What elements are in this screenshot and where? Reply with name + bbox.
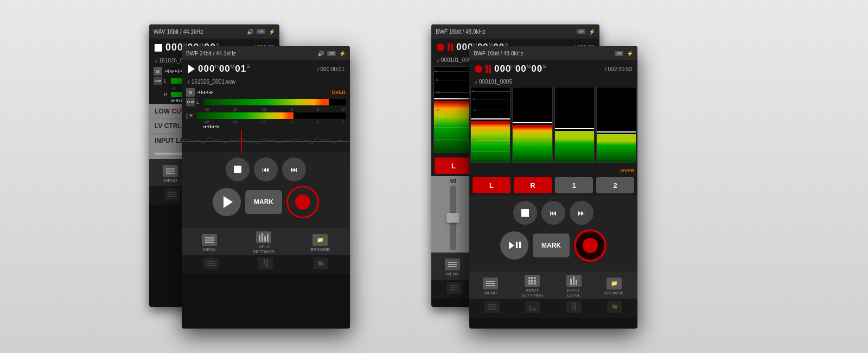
forward-button-fr[interactable]: ⏭: [570, 201, 593, 225]
format-label-br: BWF 16bit / 48.0kHz: [436, 29, 486, 35]
play-pause-symbol: [508, 242, 521, 249]
status-icons-fl: 🔊 XR ⚡: [317, 51, 346, 56]
menu-icon-fl: [202, 234, 217, 246]
right-device-group: BWF 16bit / 48.0kHz XR ⚡ 000H00M00S / 00…: [431, 24, 719, 329]
nav-input-settings-fr[interactable]: INPUTSETTINGS: [521, 275, 543, 298]
r-nav-menu-fl: [203, 258, 219, 270]
nav-menu-label: MENU: [164, 178, 177, 183]
waveform-section-fl: [182, 130, 350, 152]
nav-menu-label-fr: MENU: [484, 291, 497, 295]
ch-r-label: R: [164, 92, 169, 97]
fader-col-1: 50: [433, 178, 473, 250]
ch-meter-bar-3-fr: [554, 87, 595, 163]
filename-front-right: ♪ 000101_0005: [469, 78, 637, 86]
ch-meter-bar-1-fr: 0 -6 -12 -20 -30 -48: [470, 87, 510, 163]
r-browse-icon-fr: 📁: [607, 301, 622, 313]
menu-icon: [163, 165, 178, 177]
rec-state-icon-br: [437, 43, 444, 51]
rec-dot: [295, 194, 310, 210]
meters-front-left: M OVER DUB L: [182, 86, 350, 130]
pause-bars-br: [448, 43, 453, 51]
play-button[interactable]: [213, 188, 241, 216]
xr-badge-fl: XR: [327, 51, 336, 56]
mode-m-btn-fl[interactable]: M: [186, 88, 195, 97]
waveform-r-fl: [202, 125, 346, 128]
ch-meter-1-br: 0 -6 -12 -20 -30 -48: [433, 66, 473, 153]
mode-dub-btn[interactable]: DUB: [154, 77, 162, 85]
left-device-group: WAV 16bit / 44.1kHz 🔊 XR ⚡ 000H00M00S / …: [149, 24, 399, 329]
rewind-button-fr[interactable]: ⏮: [541, 201, 565, 225]
ch-meter-bar-2-fr: [512, 87, 552, 163]
nav-input-settings-label-fr: INPUTSETTINGS: [521, 288, 543, 298]
xr-badge: XR: [257, 29, 265, 34]
ch-meter-2-fr: [512, 87, 552, 163]
format-label-fl: BWF 24bit / 44.1kHz: [186, 51, 236, 56]
counter-front-right: 000H00M00S / 002:30:53: [469, 60, 637, 78]
menu-icon-br: [445, 259, 460, 270]
transport-section-fr: ⏮ ⏭ MARK: [469, 196, 637, 272]
ch-meter-1-fr: 0 -6 -12 -20 -30 -48: [470, 87, 510, 163]
mode-dub-btn-fl[interactable]: DUB: [186, 98, 195, 106]
ch-btn-1-fr[interactable]: 1: [555, 177, 593, 193]
nav-browse-label-fl: BROWSE: [310, 247, 330, 252]
ch-btn-2-fr[interactable]: 2: [596, 177, 634, 193]
menu-icon-fr: [483, 278, 498, 289]
total-time-fl: / 000:00:01: [317, 66, 344, 72]
nav-browse-fr[interactable]: 📁 BROWSE: [604, 278, 624, 295]
forward-button[interactable]: ⏭: [282, 157, 306, 181]
nav-input-level-fr[interactable]: INPUTLEVEL: [566, 275, 582, 298]
record-button[interactable]: [286, 186, 319, 218]
ch-btn-l-br[interactable]: L: [435, 157, 473, 174]
input-level-icon-fr: [566, 275, 582, 287]
status-bar-back-right: BWF 16bit / 48.0kHz XR ⚡: [431, 24, 599, 39]
input-settings-icon-fl: [256, 231, 271, 243]
r-nav-menu-fr: [484, 301, 500, 313]
nav-menu[interactable]: MENU: [163, 165, 178, 183]
transport-row-2: MARK: [187, 186, 344, 218]
r-browse-icon-fl: 📁: [313, 258, 328, 270]
nav-menu-br[interactable]: MENU: [445, 259, 460, 276]
mode-m-btn[interactable]: M: [154, 67, 162, 75]
transport-row-2-fr: MARK: [475, 229, 632, 262]
mark-button-fr[interactable]: MARK: [533, 234, 570, 257]
format-label: WAV 16bit / 44.1kHz: [154, 29, 203, 35]
r-menu-icon-fl: [203, 258, 219, 270]
speaker-icon: 🔊: [247, 29, 253, 35]
lv-ctrl-label: LV CTRL: [155, 122, 182, 130]
four-ch-meters-fr: 0 -6 -12 -20 -30 -48: [469, 86, 637, 164]
xr-badge-br: XR: [577, 29, 585, 34]
time-display-fr: 000H00M00S: [494, 64, 602, 74]
status-icons-fr: XR ⚡: [615, 51, 633, 56]
ch-btn-r-fr[interactable]: R: [514, 177, 552, 193]
filename-front-left: ♪ 161026_0001.wav: [182, 78, 350, 86]
nav-menu-fr[interactable]: MENU: [483, 278, 498, 295]
mark-button[interactable]: MARK: [245, 190, 282, 214]
total-time-fr: / 002:30:53: [605, 66, 632, 72]
browse-icon-fr: 📁: [607, 278, 622, 289]
stop-button-fr[interactable]: [513, 201, 537, 225]
fader-track-1[interactable]: [450, 185, 456, 250]
bottom-nav-front-right: MENU INPUTSETTINGS: [469, 272, 637, 299]
stop-button[interactable]: [226, 157, 250, 181]
nav-browse-label-fr: BROWSE: [604, 291, 624, 295]
record-button-fr[interactable]: [574, 229, 607, 262]
play-pause-button[interactable]: [500, 231, 528, 260]
r-nav-browse-fl: 📁: [313, 258, 328, 270]
ch-selector-fr: L R 1 2: [469, 175, 637, 196]
status-bar-front-right: BWF 16bit / 48.0kHz XR ⚡: [469, 46, 637, 60]
transport-section-fl: ⏮ ⏭ MARK: [182, 152, 350, 228]
nav-menu-label-fl: MENU: [203, 247, 216, 252]
bottom-nav-front-left: MENU INPUTSETTINGS 📁 BROW: [182, 228, 350, 255]
fader-value-1: 50: [450, 178, 456, 184]
front-screen-right: BWF 16bit / 48.0kHz XR ⚡ 000H00M00S / 00…: [469, 46, 637, 329]
rewind-button[interactable]: ⏮: [254, 157, 278, 181]
status-bar-front-left: BWF 24bit / 44.1kHz 🔊 XR ⚡: [182, 46, 350, 60]
r-grid-icon-fr: [525, 301, 540, 313]
nav-input-settings-fl[interactable]: INPUTSETTINGS: [253, 231, 275, 254]
ch-btn-l-fr[interactable]: L: [473, 177, 510, 193]
format-label-fr: BWF 16bit / 48.0kHz: [474, 51, 524, 56]
nav-browse-fl[interactable]: 📁 BROWSE: [310, 234, 330, 252]
transport-row-1-fr: ⏮ ⏭: [475, 201, 632, 225]
ch-meter-bar-1: 0 -6 -12 -20 -30 -48: [433, 66, 473, 153]
nav-menu-fl[interactable]: MENU: [202, 234, 217, 252]
